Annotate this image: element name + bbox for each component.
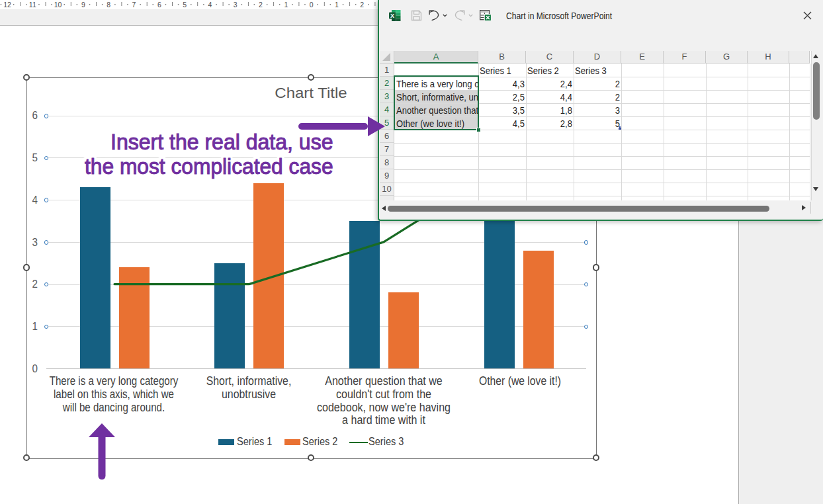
svg-text:X: X [390, 13, 394, 19]
